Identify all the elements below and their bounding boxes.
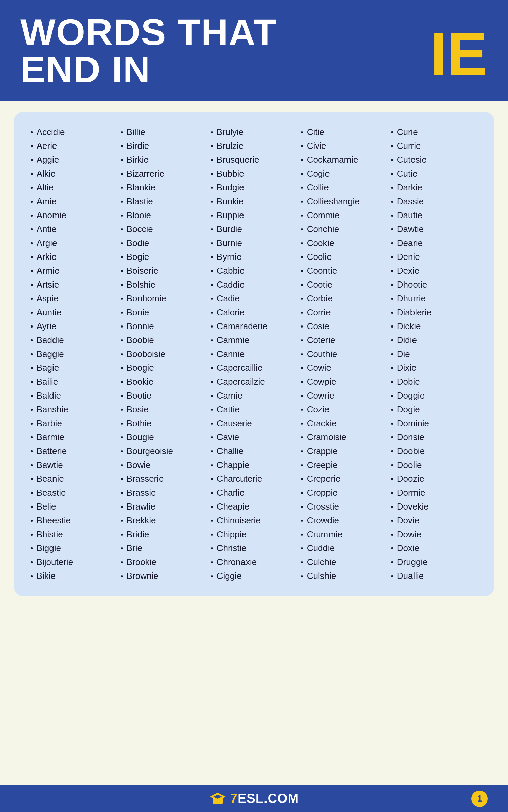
word-text: Belie: [37, 501, 56, 512]
word-text: Brasserie: [127, 474, 164, 484]
bullet-icon: •: [391, 530, 394, 539]
list-item: •Brasserie: [121, 472, 207, 486]
word-text: Altie: [37, 182, 54, 193]
list-item: •Carnie: [211, 389, 297, 403]
word-text: Crowdie: [307, 515, 339, 526]
bullet-icon: •: [301, 502, 303, 511]
word-text: Biggie: [37, 543, 61, 554]
word-text: Aggie: [37, 155, 59, 165]
word-text: Commie: [307, 210, 340, 221]
list-item: •Ciggie: [211, 569, 297, 583]
word-text: Bhistie: [37, 529, 63, 540]
bullet-icon: •: [391, 156, 394, 164]
list-item: •Cowrie: [301, 389, 387, 403]
list-item: •Cootie: [301, 278, 387, 292]
word-text: Billie: [127, 127, 145, 137]
word-text: Booboisie: [127, 349, 165, 359]
word-text: Cannie: [217, 349, 245, 359]
bullet-icon: •: [121, 419, 123, 428]
list-item: •Diablerie: [391, 306, 478, 319]
word-column-5: •Curie•Currie•Cutesie•Cutie•Darkie•Dassi…: [391, 125, 478, 583]
bullet-icon: •: [211, 280, 213, 289]
list-item: •Boobie: [121, 333, 207, 347]
word-text: Brekkie: [127, 515, 156, 526]
word-text: Beastie: [37, 488, 66, 498]
word-text: Brulyie: [217, 127, 244, 137]
bullet-icon: •: [301, 378, 303, 386]
word-text: Bridie: [127, 529, 149, 540]
list-item: •Cogie: [301, 167, 387, 181]
word-text: Birdie: [127, 141, 149, 151]
list-item: •Cosie: [301, 319, 387, 333]
bullet-icon: •: [121, 225, 123, 234]
word-text: Bonhomie: [127, 293, 166, 304]
bullet-icon: •: [121, 516, 123, 525]
bullet-icon: •: [301, 516, 303, 525]
bullet-icon: •: [30, 280, 33, 289]
bullet-icon: •: [211, 267, 213, 275]
bullet-icon: •: [211, 308, 213, 317]
bullet-icon: •: [391, 211, 394, 220]
list-item: •Cowie: [301, 361, 387, 375]
list-item: •Dobie: [391, 375, 478, 389]
list-item: •Croppie: [301, 486, 387, 500]
logo-icon: [209, 792, 226, 806]
list-item: •Bheestie: [30, 514, 117, 527]
word-text: Anomie: [37, 210, 66, 221]
list-item: •Dexie: [391, 264, 478, 278]
word-text: Antie: [37, 224, 57, 234]
list-item: •Bodie: [121, 236, 207, 250]
word-text: Banshie: [37, 404, 68, 415]
word-text: Currie: [397, 141, 421, 151]
bullet-icon: •: [30, 170, 33, 178]
bullet-icon: •: [211, 142, 213, 151]
bullet-icon: •: [391, 170, 394, 178]
list-item: •Bridie: [121, 527, 207, 541]
word-text: Charlie: [217, 488, 245, 498]
bullet-icon: •: [121, 572, 123, 581]
bullet-icon: •: [30, 433, 33, 442]
list-item: •Brulzie: [211, 139, 297, 153]
list-item: •Beastie: [30, 486, 117, 500]
word-text: Bookie: [127, 377, 154, 387]
list-item: •Cabbie: [211, 264, 297, 278]
list-item: •Cammie: [211, 333, 297, 347]
list-item: •Darkie: [391, 181, 478, 195]
list-item: •Booboisie: [121, 347, 207, 361]
bullet-icon: •: [391, 516, 394, 525]
list-item: •Doobie: [391, 444, 478, 458]
word-text: Bowie: [127, 460, 151, 470]
list-item: •Aspie: [30, 292, 117, 306]
word-text: Crackie: [307, 418, 337, 429]
bullet-icon: •: [301, 142, 303, 151]
word-text: Brusquerie: [217, 155, 259, 165]
list-item: •Aerie: [30, 139, 117, 153]
bullet-icon: •: [121, 322, 123, 331]
list-item: •Collie: [301, 181, 387, 195]
bullet-icon: •: [391, 405, 394, 414]
bullet-icon: •: [301, 156, 303, 164]
word-text: Argie: [37, 238, 57, 248]
word-text: Creperie: [307, 474, 341, 484]
bullet-icon: •: [391, 558, 394, 567]
word-text: Brookie: [127, 557, 156, 567]
bullet-icon: •: [121, 558, 123, 567]
bullet-icon: •: [30, 516, 33, 525]
word-text: Burnie: [217, 238, 242, 248]
bullet-icon: •: [121, 294, 123, 303]
word-text: Burdie: [217, 224, 242, 234]
word-text: Cheapie: [217, 501, 250, 512]
word-text: Blankie: [127, 182, 155, 193]
bullet-icon: •: [211, 391, 213, 400]
list-item: •Baggie: [30, 347, 117, 361]
bullet-icon: •: [211, 183, 213, 192]
bullet-icon: •: [301, 405, 303, 414]
bullet-icon: •: [301, 267, 303, 275]
list-item: •Duallie: [391, 569, 478, 583]
bullet-icon: •: [391, 128, 394, 137]
word-text: Brawlie: [127, 501, 155, 512]
list-item: •Altie: [30, 181, 117, 195]
bullet-icon: •: [301, 572, 303, 581]
bullet-icon: •: [30, 350, 33, 359]
bullet-icon: •: [121, 267, 123, 275]
